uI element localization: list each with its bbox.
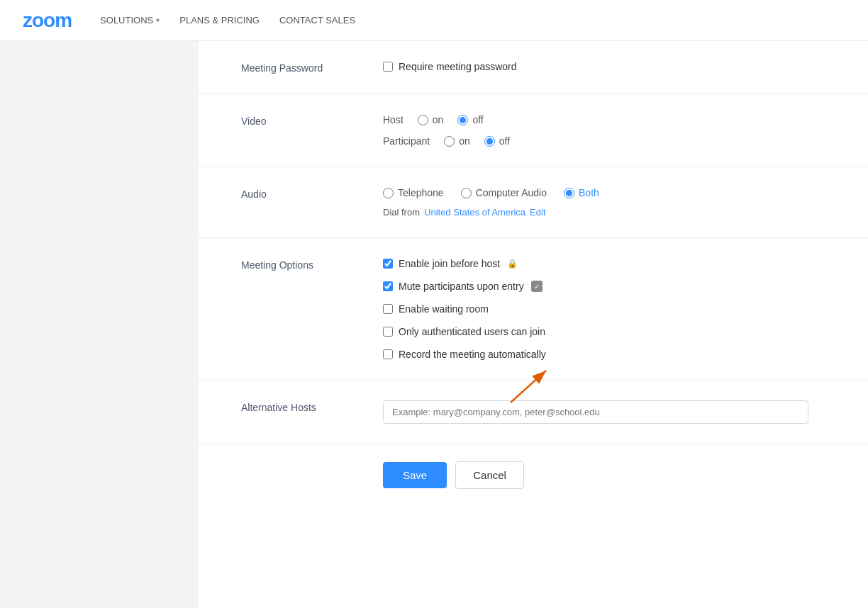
audio-telephone: Telephone [383,187,444,198]
lock-icon: 🔒 [507,259,518,269]
video-participant-group: Participant on off [383,135,825,147]
video-row: Video Host on off Participant [199,94,868,167]
video-host-off-radio[interactable] [457,115,468,125]
video-controls: Host on off Participant on [383,114,825,147]
video-host-group: Host on off [383,114,825,125]
form-buttons: Save Cancel [199,444,868,506]
audio-options-group: Telephone Computer Audio Both [383,187,825,198]
video-host-on: on [418,114,444,125]
require-password-checkbox[interactable] [383,62,393,72]
video-host-on-label[interactable]: on [433,114,444,125]
cancel-button[interactable]: Cancel [455,461,524,489]
audio-both: Both [564,187,599,198]
option-record-automatically: Record the meeting automatically [383,349,825,360]
video-host-off-label[interactable]: off [472,114,483,125]
mute-participants-checkbox[interactable] [383,281,393,291]
audio-both-label[interactable]: Both [579,187,599,198]
option-waiting-room: Enable waiting room [383,303,825,315]
alternative-hosts-label: Alternative Hosts [241,400,383,413]
video-participant-on-radio[interactable] [444,136,455,147]
alternative-hosts-row: Alternative Hosts [199,381,868,444]
video-participant-off-radio[interactable] [484,136,495,147]
meeting-options-label: Meeting Options [241,258,383,271]
option-mute-participants: Mute participants upon entry ✓ [383,281,825,292]
audio-telephone-label[interactable]: Telephone [398,187,444,198]
header: zoom SOLUTIONS ▾ PLANS & PRICING CONTACT… [0,0,868,41]
authenticated-users-checkbox[interactable] [383,327,393,337]
video-host-off: off [457,114,483,125]
nav-contact-sales[interactable]: CONTACT SALES [279,15,355,26]
main-nav: SOLUTIONS ▾ PLANS & PRICING CONTACT SALE… [100,15,355,26]
nav-plans-pricing[interactable]: PLANS & PRICING [179,15,260,26]
info-icon: ✓ [531,281,542,292]
audio-telephone-radio[interactable] [383,188,394,198]
meeting-options-controls: Enable join before host 🔒 Mute participa… [383,258,825,360]
dial-country-link[interactable]: United States of America [424,207,525,218]
video-host-label: Host [383,114,404,125]
meeting-options-list: Enable join before host 🔒 Mute participa… [383,258,825,360]
audio-computer-radio[interactable] [461,188,472,198]
audio-controls: Telephone Computer Audio Both Dial from … [383,187,825,218]
dial-from-text: Dial from [383,207,420,218]
meeting-password-label: Meeting Password [241,61,383,74]
video-participant-on: on [444,135,470,147]
video-label: Video [241,114,383,127]
audio-both-radio[interactable] [564,188,574,198]
video-participant-on-label[interactable]: on [459,135,470,147]
save-button[interactable]: Save [383,462,447,488]
join-before-host-label[interactable]: Enable join before host [399,258,500,269]
alternative-hosts-input[interactable] [383,400,808,424]
video-participant-off: off [484,135,510,147]
join-before-host-checkbox[interactable] [383,259,393,269]
content-area: Meeting Password Require meeting passwor… [199,41,868,608]
audio-label: Audio [241,187,383,200]
video-host-on-radio[interactable] [418,115,428,125]
meeting-password-controls: Require meeting password [383,61,825,72]
meeting-options-row: Meeting Options Enable join before host … [199,238,868,381]
main-layout: Meeting Password Require meeting passwor… [0,41,868,608]
video-participant-off-label[interactable]: off [499,135,510,147]
audio-computer-label[interactable]: Computer Audio [476,187,547,198]
record-automatically-checkbox[interactable] [383,349,393,359]
meeting-password-row: Meeting Password Require meeting passwor… [199,41,868,94]
chevron-down-icon: ▾ [156,16,160,24]
audio-computer: Computer Audio [461,187,547,198]
waiting-room-checkbox[interactable] [383,304,393,314]
option-join-before-host: Enable join before host 🔒 [383,258,825,269]
alternative-hosts-controls [383,400,825,424]
waiting-room-label[interactable]: Enable waiting room [399,303,489,315]
require-password-row: Require meeting password [383,61,825,72]
record-automatically-label[interactable]: Record the meeting automatically [399,349,546,360]
mute-participants-label[interactable]: Mute participants upon entry [399,281,524,292]
sidebar [0,41,199,608]
edit-dial-link[interactable]: Edit [530,207,545,218]
zoom-logo[interactable]: zoom [23,9,72,32]
dial-info: Dial from United States of America Edit [383,207,825,218]
video-participant-label: Participant [383,135,430,147]
require-password-checkbox-label[interactable]: Require meeting password [399,61,517,72]
authenticated-users-label[interactable]: Only authenticated users can join [399,326,545,337]
option-authenticated-users: Only authenticated users can join [383,326,825,337]
nav-solutions[interactable]: SOLUTIONS ▾ [100,15,160,26]
audio-row: Audio Telephone Computer Audio Both [199,167,868,238]
